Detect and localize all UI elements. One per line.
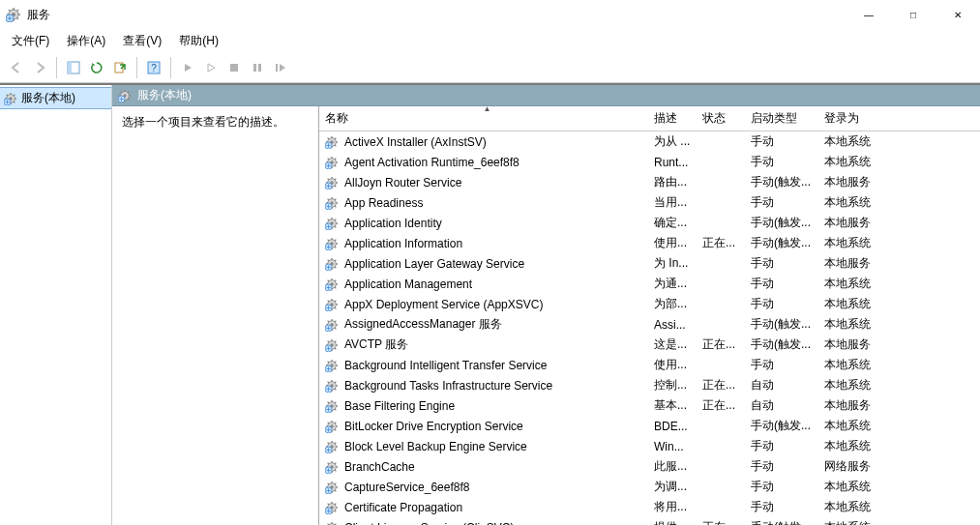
service-row[interactable]: Background Intelligent Transfer Service使… — [319, 355, 980, 375]
start-service-alt-button[interactable] — [200, 57, 222, 78]
start-service-button[interactable] — [177, 57, 198, 78]
service-logon-cell: 本地服务 — [818, 215, 896, 231]
service-list: 名称 ▲ 描述 状态 启动类型 登录为 ActiveX Installer (A… — [319, 106, 980, 525]
service-name-cell: App Readiness — [319, 196, 648, 210]
list-body: ActiveX Installer (AxInstSV)为从 ...手动本地系统… — [319, 131, 980, 525]
service-row[interactable]: Certificate Propagation将用...手动本地系统 — [319, 497, 980, 517]
service-name: Background Tasks Infrastructure Service — [344, 379, 552, 393]
svg-text:?: ? — [151, 63, 157, 73]
service-startup-cell: 手动 — [745, 458, 818, 475]
svg-rect-14 — [68, 62, 72, 73]
service-row[interactable]: AVCTP 服务这是...正在...手动(触发...本地服务 — [319, 335, 980, 355]
service-row[interactable]: Application Identity确定...手动(触发...本地服务 — [319, 213, 980, 233]
service-row[interactable]: App Readiness当用...手动本地系统 — [319, 192, 980, 213]
service-gear-icon — [325, 237, 339, 250]
service-name: Application Management — [344, 277, 472, 291]
tree-pane-icon — [67, 61, 80, 74]
service-startup-cell: 手动 — [745, 154, 818, 170]
pane-header: 服务(本地) — [112, 85, 980, 106]
service-row[interactable]: Application Information使用...正在...手动(触发..… — [319, 233, 980, 253]
service-row[interactable]: BranchCache此服...手动网络服务 — [319, 456, 980, 477]
service-gear-icon — [325, 501, 339, 514]
close-button[interactable]: ✕ — [935, 0, 980, 29]
stop-icon — [229, 63, 239, 73]
service-startup-cell: 手动 — [745, 479, 818, 495]
service-row[interactable]: Application Layer Gateway Service为 In...… — [319, 253, 980, 274]
service-startup-cell: 手动 — [745, 276, 818, 292]
restart-icon — [275, 63, 286, 73]
service-row[interactable]: Background Tasks Infrastructure Service控… — [319, 375, 980, 395]
stop-service-button[interactable] — [223, 57, 245, 78]
service-row[interactable]: AppX Deployment Service (AppXSVC)为部...手动… — [319, 294, 980, 314]
service-startup-cell: 手动(触发... — [745, 235, 818, 251]
service-gear-icon — [325, 196, 339, 210]
service-startup-cell: 手动(触发... — [745, 336, 818, 353]
menu-help[interactable]: 帮助(H) — [173, 31, 224, 51]
minimize-button[interactable]: — — [846, 0, 891, 29]
service-row[interactable]: Application Management为通...手动本地系统 — [319, 274, 980, 294]
service-description-cell: 为通... — [648, 276, 697, 292]
column-header-status[interactable]: 状态 — [697, 106, 745, 131]
menu-action[interactable]: 操作(A) — [61, 31, 111, 51]
service-name-cell: CaptureService_6eef8f8 — [319, 481, 648, 494]
gear-icon — [4, 92, 17, 105]
column-header-description[interactable]: 描述 — [648, 106, 697, 131]
service-gear-icon — [325, 217, 339, 230]
column-header-startup[interactable]: 启动类型 — [745, 106, 818, 131]
service-logon-cell: 本地服务 — [818, 336, 896, 353]
service-row[interactable]: ActiveX Installer (AxInstSV)为从 ...手动本地系统 — [319, 131, 980, 152]
service-startup-cell: 手动 — [745, 255, 818, 272]
service-startup-cell: 手动 — [745, 438, 818, 454]
restart-service-button[interactable] — [270, 57, 291, 78]
show-hide-tree-button[interactable] — [63, 57, 84, 78]
service-logon-cell: 本地系统 — [818, 438, 896, 454]
menu-view[interactable]: 查看(V) — [117, 31, 167, 51]
service-logon-cell: 本地系统 — [818, 316, 896, 333]
service-row[interactable]: Client License Service (ClipSVC)提供...正在.… — [319, 517, 980, 525]
service-startup-cell: 手动(触发... — [745, 215, 818, 231]
service-gear-icon — [325, 135, 339, 149]
menu-file[interactable]: 文件(F) — [6, 31, 55, 51]
pause-service-button[interactable] — [247, 57, 268, 78]
service-description-cell: 控制... — [648, 377, 697, 394]
service-startup-cell: 手动(触发... — [745, 418, 818, 434]
service-name-cell: ActiveX Installer (AxInstSV) — [319, 135, 648, 149]
sort-ascending-icon: ▲ — [484, 106, 491, 113]
service-description-cell: 基本... — [648, 397, 697, 414]
service-name-cell: AVCTP 服务 — [319, 336, 648, 353]
service-row[interactable]: Base Filtering Engine基本...正在...自动本地服务 — [319, 395, 980, 416]
service-row[interactable]: AssignedAccessManager 服务Assi...手动(触发...本… — [319, 314, 980, 335]
service-name-cell: BitLocker Drive Encryption Service — [319, 420, 648, 433]
svg-rect-21 — [276, 64, 278, 72]
service-description-cell: 确定... — [648, 215, 697, 231]
svg-rect-18 — [230, 64, 238, 72]
service-row[interactable]: AllJoyn Router Service路由...手动(触发...本地服务 — [319, 172, 980, 192]
forward-button[interactable] — [29, 57, 50, 78]
service-gear-icon — [325, 176, 339, 190]
back-button[interactable] — [6, 57, 27, 78]
pane-header-label: 服务(本地) — [137, 87, 192, 103]
column-header-logon[interactable]: 登录为 — [818, 106, 896, 131]
service-name: AVCTP 服务 — [344, 336, 408, 353]
pause-icon — [252, 63, 262, 73]
service-description-cell: 提供... — [648, 519, 697, 525]
service-row[interactable]: Agent Activation Runtime_6eef8f8Runt...手… — [319, 152, 980, 172]
service-name: BranchCache — [344, 460, 415, 474]
refresh-button[interactable] — [86, 57, 107, 78]
help-button[interactable]: ? — [143, 57, 164, 78]
export-list-button[interactable] — [109, 57, 131, 78]
service-name-cell: AllJoyn Router Service — [319, 176, 648, 190]
service-name: Application Identity — [344, 217, 442, 230]
service-gear-icon — [325, 318, 339, 332]
service-name: Agent Activation Runtime_6eef8f8 — [344, 156, 520, 169]
service-logon-cell: 本地系统 — [818, 377, 896, 394]
maximize-button[interactable]: □ — [891, 0, 935, 29]
service-name-cell: AssignedAccessManager 服务 — [319, 316, 648, 333]
column-header-name[interactable]: 名称 ▲ — [319, 106, 648, 131]
service-gear-icon — [325, 481, 339, 494]
service-row[interactable]: Block Level Backup Engine ServiceWin...手… — [319, 436, 980, 456]
service-logon-cell: 本地系统 — [818, 154, 896, 170]
service-row[interactable]: BitLocker Drive Encryption ServiceBDE...… — [319, 416, 980, 436]
service-row[interactable]: CaptureService_6eef8f8为调...手动本地系统 — [319, 477, 980, 497]
tree-node-services-local[interactable]: 服务(本地) — [0, 87, 111, 109]
